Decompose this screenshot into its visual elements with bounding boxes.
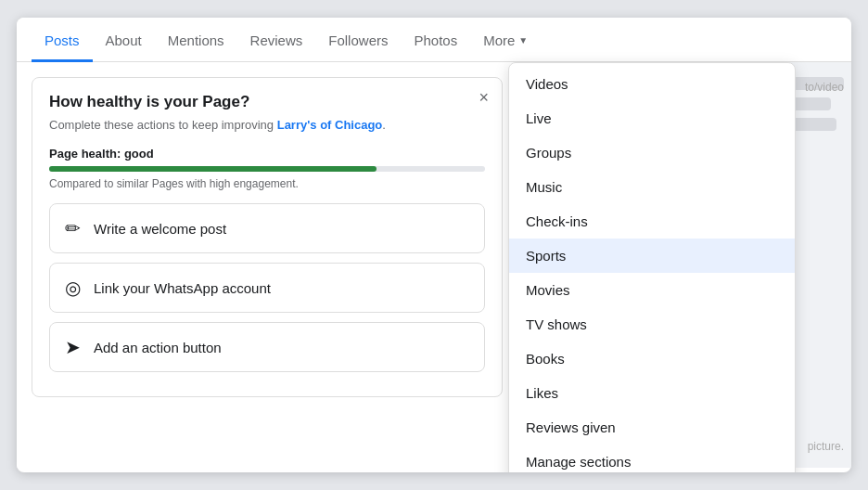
nav-tabs: Posts About Mentions Reviews Followers P… (17, 18, 851, 62)
page-wrapper: Posts About Mentions Reviews Followers P… (17, 18, 851, 472)
content-area: How healthy is your Page? Complete these… (17, 62, 851, 468)
page-name: Larry's of Chicago (277, 118, 383, 132)
dropdown-item-manage-sections[interactable]: Manage sections (509, 445, 795, 472)
cursor-icon: ➤ (65, 336, 81, 358)
health-card-title: How healthy is your Page? (49, 93, 485, 111)
dropdown-item-books[interactable]: Books (509, 342, 795, 376)
health-label: Page health: good (49, 147, 485, 161)
tab-posts[interactable]: Posts (32, 18, 93, 62)
dropdown-item-movies[interactable]: Movies (509, 273, 795, 307)
dropdown-item-videos[interactable]: Videos (509, 67, 795, 101)
dropdown-item-checkins[interactable]: Check-ins (509, 204, 795, 239)
photo-video-text: to/video (805, 81, 844, 94)
action-add-button[interactable]: ➤ Add an action button (49, 322, 485, 372)
action-add-button-label: Add an action button (94, 340, 222, 355)
picture-text: picture. (808, 440, 844, 453)
tab-photos[interactable]: Photos (401, 18, 470, 62)
tab-mentions[interactable]: Mentions (155, 18, 237, 62)
more-dropdown: Videos Live Groups Music Check-ins Sport… (508, 62, 796, 472)
progress-bar-background (49, 166, 485, 172)
dropdown-item-likes[interactable]: Likes (509, 376, 795, 410)
tab-more[interactable]: More ▼ (470, 18, 541, 62)
dropdown-item-tv-shows[interactable]: TV shows (509, 307, 795, 342)
dropdown-item-music[interactable]: Music (509, 170, 795, 204)
dropdown-item-live[interactable]: Live (509, 101, 795, 135)
progress-caption: Compared to similar Pages with high enga… (49, 177, 485, 190)
tab-about[interactable]: About (93, 18, 155, 62)
progress-bar-fill (49, 166, 377, 172)
health-card-subtitle: Complete these actions to keep improving… (49, 117, 485, 134)
action-write-post-label: Write a welcome post (94, 221, 226, 237)
tab-reviews[interactable]: Reviews (237, 18, 316, 62)
action-write-post[interactable]: ✏ Write a welcome post (49, 203, 485, 253)
dropdown-item-groups[interactable]: Groups (509, 135, 795, 170)
dropdown-item-reviews-given[interactable]: Reviews given (509, 410, 795, 445)
action-whatsapp-label: Link your WhatsApp account (94, 280, 271, 296)
edit-icon: ✏ (65, 217, 81, 239)
dropdown-item-sports[interactable]: Sports (509, 239, 795, 273)
action-whatsapp[interactable]: ◎ Link your WhatsApp account (49, 263, 485, 313)
chevron-down-icon: ▼ (518, 35, 528, 45)
whatsapp-icon: ◎ (65, 277, 81, 299)
left-panel: How healthy is your Page? Complete these… (17, 62, 517, 468)
health-card: How healthy is your Page? Complete these… (32, 77, 503, 397)
tab-followers[interactable]: Followers (315, 18, 401, 62)
close-button[interactable]: × (479, 89, 489, 106)
